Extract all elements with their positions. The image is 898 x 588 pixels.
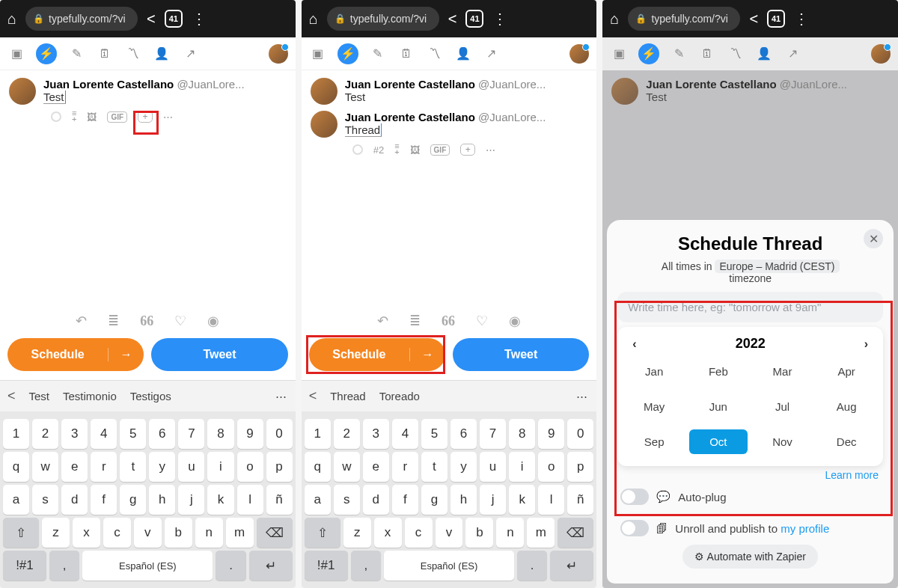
avatar-menu[interactable] [871,44,891,64]
backspace-key[interactable]: ⌫ [558,518,593,548]
key-9[interactable]: 9 [237,419,263,449]
symbols-key[interactable]: !#1 [305,551,348,581]
key-n[interactable]: n [496,518,524,548]
analytics-icon[interactable]: 〽 [727,45,745,63]
compose-text-2[interactable]: Thread [345,123,382,137]
key-l[interactable]: l [538,485,564,515]
space-key[interactable]: Español (ES) [82,551,213,581]
add-card-icon[interactable]: + [460,144,475,156]
month-aug[interactable]: Aug [817,394,876,419]
external-link-icon[interactable]: ↗ [784,45,801,63]
schedule-button[interactable]: Schedule → [309,338,445,371]
key-2[interactable]: 2 [334,419,360,449]
share-icon[interactable]: < [448,10,457,28]
share-icon[interactable]: < [147,10,156,28]
month-jun[interactable]: Jun [689,394,748,419]
suggestions-back-icon[interactable]: < [309,388,317,404]
keyboard[interactable]: 1234567890 qwertyuiop asdfghjklñ ⇧ zxcvb… [302,411,597,588]
compose-text[interactable]: Test [43,91,66,104]
gif-icon[interactable]: GIF [430,144,450,156]
key-u[interactable]: u [480,452,506,482]
key-i[interactable]: i [509,452,535,482]
month-mar[interactable]: Mar [754,359,812,384]
auto-plug-toggle[interactable] [620,489,649,505]
key-r[interactable]: r [91,452,117,482]
avatar-menu[interactable] [569,44,589,64]
key-u[interactable]: u [178,452,204,482]
list-num-icon[interactable]: ≣ [409,313,421,329]
key-v[interactable]: v [134,518,162,548]
analytics-icon[interactable]: 〽 [124,45,142,63]
suggestion-3[interactable]: Testigos [130,390,171,402]
suggestion-2[interactable]: Testimonio [63,390,117,402]
key-2[interactable]: 2 [32,419,58,449]
key-0[interactable]: 0 [266,419,293,449]
url-box[interactable]: 🔒typefully.com/?vi [628,7,740,31]
key-z[interactable]: z [42,518,70,548]
key-4[interactable]: 4 [392,419,418,449]
shift-key[interactable]: ⇧ [3,518,39,548]
menu-dots-icon[interactable]: ⋮ [794,10,809,28]
undo-icon[interactable]: ↶ [76,313,87,329]
comma-key[interactable]: , [351,551,382,581]
arrow-right-icon[interactable]: → [409,348,445,361]
pencil-icon[interactable]: ✎ [67,45,85,63]
bolt-icon[interactable]: ⚡ [337,43,358,64]
key-3[interactable]: 3 [363,419,389,449]
sidebar-icon[interactable]: ▣ [309,45,327,63]
key-p[interactable]: p [266,452,293,482]
pencil-icon[interactable]: ✎ [369,45,387,63]
key-5[interactable]: 5 [120,419,146,449]
key-j[interactable]: j [480,485,506,515]
key-e[interactable]: e [61,452,88,482]
month-feb[interactable]: Feb [689,359,748,384]
eye-icon[interactable]: ◉ [207,313,219,329]
image-icon[interactable]: 🖼 [410,144,420,156]
tweet-button[interactable]: Tweet [151,338,287,371]
tabs-count[interactable]: 41 [165,10,183,28]
key-x[interactable]: x [374,518,402,548]
symbols-key[interactable]: !#1 [3,551,46,581]
period-key[interactable]: . [517,551,548,581]
sidebar-icon[interactable]: ▣ [7,45,25,63]
key-1[interactable]: 1 [305,419,331,449]
key-y[interactable]: y [450,452,477,482]
key-a[interactable]: a [3,485,29,515]
list-num-icon[interactable]: ≣ [108,313,119,329]
key-d[interactable]: d [61,485,88,515]
url-box[interactable]: 🔒typefully.com/?vi [327,7,439,31]
key-p[interactable]: p [567,452,593,482]
tweet-button[interactable]: Tweet [453,338,589,371]
key-8[interactable]: 8 [207,419,233,449]
sidebar-icon[interactable]: ▣ [610,45,628,63]
next-year-icon[interactable]: › [864,337,868,351]
key-b[interactable]: b [465,518,493,548]
home-icon[interactable]: ⌂ [7,10,16,28]
key-j[interactable]: j [178,485,204,515]
unroll-toggle[interactable] [620,520,649,536]
suggestion-2[interactable]: Toreado [379,390,420,402]
month-jul[interactable]: Jul [754,394,812,419]
key-g[interactable]: g [421,485,448,515]
key-d[interactable]: d [363,485,389,515]
key-b[interactable]: b [165,518,192,548]
key-g[interactable]: g [120,485,146,515]
key-y[interactable]: y [149,452,175,482]
bolt-icon[interactable]: ⚡ [638,43,659,64]
key-o[interactable]: o [538,452,564,482]
key-l[interactable]: l [237,485,263,515]
suggestion-1[interactable]: Thread [330,390,366,402]
zapier-button[interactable]: ⚙ Automate with Zapier [682,545,817,569]
key-s[interactable]: s [32,485,58,515]
key-4[interactable]: 4 [91,419,117,449]
gif-icon[interactable]: GIF [107,111,127,123]
share-icon[interactable]: < [749,10,758,28]
pencil-icon[interactable]: ✎ [670,45,688,63]
profile-icon[interactable]: 👤 [755,45,773,63]
image-icon[interactable]: 🖼 [87,111,97,123]
home-icon[interactable]: ⌂ [610,10,619,28]
external-link-icon[interactable]: ↗ [483,45,501,63]
key-q[interactable]: q [3,452,29,482]
suggestion-1[interactable]: Test [29,390,50,402]
key-1[interactable]: 1 [3,419,29,449]
